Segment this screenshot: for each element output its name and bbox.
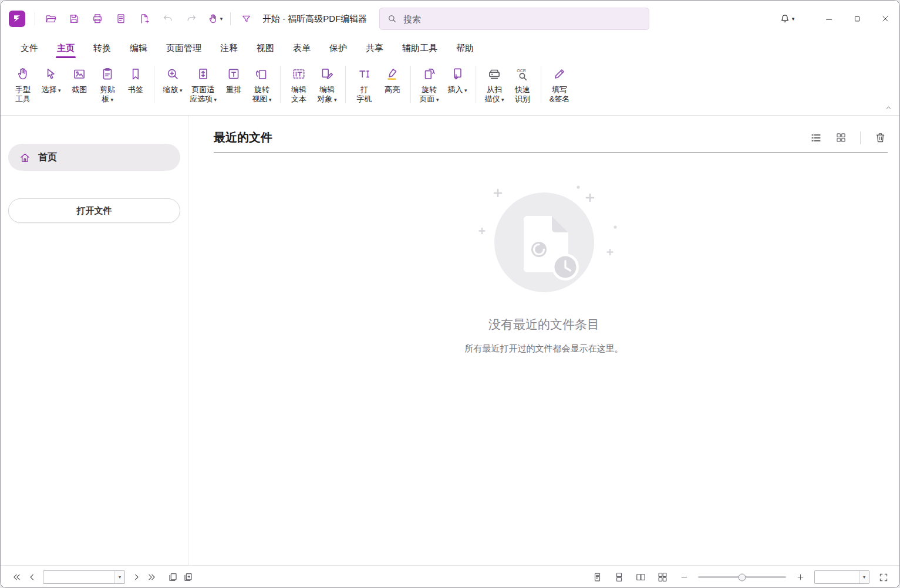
ribbon-rotate-pages-tool[interactable]: 旋转 页面 xyxy=(415,62,443,106)
page-number-input[interactable] xyxy=(43,573,114,582)
previous-page-button[interactable] xyxy=(24,570,39,585)
ribbon-separator xyxy=(345,66,346,103)
search-input[interactable] xyxy=(402,13,642,25)
empty-state: 没有最近的文件条目 所有最近打开过的文件都会显示在这里。 xyxy=(188,153,899,565)
tab-edit[interactable]: 编辑 xyxy=(120,37,157,59)
open-file-pill-button[interactable]: 打开文件 xyxy=(8,198,180,223)
zoom-level-input[interactable] xyxy=(815,573,859,582)
notifications-dropdown-button[interactable] xyxy=(774,8,800,29)
tab-file[interactable]: 文件 xyxy=(11,37,48,59)
zoom-in-button[interactable] xyxy=(793,570,808,585)
ribbon-label: 从扫 描仪 xyxy=(485,85,504,104)
edit-text-icon xyxy=(291,64,306,84)
facing-continuous-view-button[interactable] xyxy=(655,570,670,585)
ribbon-highlight-tool[interactable]: 高亮 xyxy=(378,62,406,96)
ribbon-label: 高亮 xyxy=(385,85,400,94)
ribbon-insert-pages-tool[interactable]: 插入 xyxy=(443,62,471,97)
ribbon-label: 重排 xyxy=(226,85,241,94)
first-page-button[interactable] xyxy=(9,570,24,585)
ribbon-edit-text-tool[interactable]: 编辑 文本 xyxy=(285,62,313,106)
zoom-slider[interactable] xyxy=(698,570,786,585)
ribbon-typewriter-tool[interactable]: 打 字机 xyxy=(350,62,378,106)
previous-view-button[interactable] xyxy=(165,570,180,585)
facing-view-button[interactable] xyxy=(633,570,648,585)
undo-button[interactable] xyxy=(156,8,180,29)
clear-recent-button[interactable] xyxy=(872,130,888,146)
grid-view-button[interactable] xyxy=(833,130,848,146)
continuous-view-button[interactable] xyxy=(611,570,626,585)
trash-icon xyxy=(874,131,886,144)
ribbon-bookmark-tool[interactable]: 书签 xyxy=(122,62,150,96)
ribbon-reflow-tool[interactable]: 重排 xyxy=(220,62,248,96)
tab-convert[interactable]: 转换 xyxy=(84,37,120,59)
tab-protect[interactable]: 保护 xyxy=(320,37,356,59)
sidebar-home-label: 首页 xyxy=(38,151,57,164)
filter-funnel-button[interactable] xyxy=(234,8,258,29)
zoom-out-button[interactable] xyxy=(676,570,692,585)
reflow-icon xyxy=(226,64,241,84)
ribbon-rotate-view-tool[interactable]: 旋转 视图 xyxy=(248,62,276,106)
close-button[interactable] xyxy=(871,1,899,37)
page-number-dropdown[interactable]: ▾ xyxy=(114,571,124,583)
pages-forward-icon xyxy=(183,572,194,583)
last-page-button[interactable] xyxy=(144,570,159,585)
collapse-ribbon-button[interactable] xyxy=(882,102,895,113)
print-button[interactable] xyxy=(86,8,109,29)
ribbon-clipboard-tool[interactable]: 剪贴 板 xyxy=(93,62,122,106)
ribbon-ocr-tool[interactable]: OCR 快速 识别 xyxy=(508,62,537,106)
save-button[interactable] xyxy=(62,8,86,29)
bookmark-icon xyxy=(128,64,143,84)
fullscreen-button[interactable] xyxy=(876,570,891,585)
ribbon-label: 缩放 xyxy=(163,85,182,95)
ribbon-label: 旋转 视图 xyxy=(252,85,272,104)
sidebar-item-home[interactable]: 首页 xyxy=(8,144,180,171)
grid-view-icon xyxy=(835,131,847,144)
zoom-level-dropdown[interactable]: ▾ xyxy=(859,571,869,583)
document-pages-button[interactable] xyxy=(109,8,133,29)
tab-share[interactable]: 共享 xyxy=(356,37,393,59)
ribbon-tabs: 文件 主页 转换 编辑 页面管理 注释 视图 表单 保护 共享 辅助工具 帮助 xyxy=(1,37,899,59)
page-number-box[interactable]: ▾ xyxy=(43,570,125,584)
ribbon-label: 打 字机 xyxy=(356,85,372,104)
statusbar-right-group: ▾ xyxy=(589,570,891,585)
ribbon-label: 截图 xyxy=(72,85,87,94)
ribbon-label: 旋转 页面 xyxy=(420,85,439,104)
tab-form[interactable]: 表单 xyxy=(284,37,320,59)
ribbon-fill-sign-tool[interactable]: 填写 &签名 xyxy=(545,62,574,106)
zoom-slider-thumb[interactable] xyxy=(739,573,746,581)
zoom-level-box[interactable]: ▾ xyxy=(814,570,869,584)
search-box[interactable] xyxy=(379,8,649,30)
ribbon-edit-object-tool[interactable]: 编辑 对象 xyxy=(313,62,341,106)
open-file-button[interactable] xyxy=(39,8,62,29)
tab-comment[interactable]: 注释 xyxy=(211,37,247,59)
list-view-button[interactable] xyxy=(808,130,824,146)
maximize-button[interactable] xyxy=(843,1,871,37)
ribbon-label: 书签 xyxy=(128,85,143,94)
next-view-button[interactable] xyxy=(180,570,195,585)
next-page-button[interactable] xyxy=(129,570,144,585)
tab-view[interactable]: 视图 xyxy=(247,37,284,59)
ribbon-hand-tool[interactable]: 手型 工具 xyxy=(9,62,37,106)
ribbon-label: 手型 工具 xyxy=(15,85,31,104)
new-document-button[interactable] xyxy=(133,8,156,29)
tab-assist-tools[interactable]: 辅助工具 xyxy=(393,37,447,59)
ribbon-zoom-tool[interactable]: 缩放 xyxy=(159,62,187,97)
scanner-icon xyxy=(487,64,502,84)
tab-home[interactable]: 主页 xyxy=(48,37,84,59)
ribbon-scanner-tool[interactable]: 从扫 描仪 xyxy=(480,62,508,106)
minimize-button[interactable] xyxy=(815,1,843,37)
ribbon-page-fit-tool[interactable]: 页面适 应选项 xyxy=(187,62,220,106)
hand-mode-dropdown-button[interactable] xyxy=(203,8,227,29)
redo-button[interactable] xyxy=(180,8,203,29)
ribbon-snapshot-tool[interactable]: 截图 xyxy=(65,62,93,96)
ribbon-select-tool[interactable]: 选择 xyxy=(37,62,65,97)
zoom-icon xyxy=(165,64,180,84)
ribbon-label: 编辑 文本 xyxy=(291,85,306,104)
status-bar: ▾ xyxy=(1,565,899,588)
clipboard-icon xyxy=(100,64,115,84)
svg-text:OCR: OCR xyxy=(517,69,526,73)
snapshot-icon xyxy=(72,64,87,84)
tab-help[interactable]: 帮助 xyxy=(447,37,483,59)
single-page-view-button[interactable] xyxy=(589,570,605,585)
tab-page-manage[interactable]: 页面管理 xyxy=(157,37,211,59)
